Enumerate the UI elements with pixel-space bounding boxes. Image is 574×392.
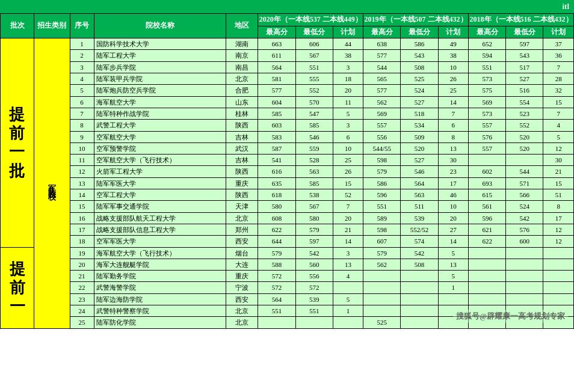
2018-min: 542: [506, 212, 543, 224]
2019-plan: 25: [438, 85, 468, 96]
2018-min: [506, 247, 543, 259]
row-no: 6: [70, 96, 94, 108]
table-row: 22武警海警学院宁波5725721: [1, 282, 574, 293]
2019-plan: 5: [438, 247, 468, 259]
2020-min: 563: [295, 166, 333, 177]
2020-max: 588: [258, 259, 295, 270]
col-2018-header: 2018年（一本线516 二本线432）: [469, 14, 574, 26]
table-row: 10空军预警学院武汉58755910544/555201355752012: [1, 142, 574, 154]
2018-min: 523: [506, 108, 543, 119]
school-area: 山东: [226, 96, 258, 108]
2019-max: 598: [363, 155, 401, 166]
2019-min: 543: [401, 50, 438, 61]
col-2020-header: 2020年（一本线537 二本线449）: [258, 14, 363, 26]
2019-plan: 46: [438, 189, 468, 201]
col-pici: 批次: [1, 14, 34, 38]
2020-min: 579: [295, 224, 333, 235]
school-area: 合肥: [226, 85, 258, 96]
2020-min: 528: [295, 155, 333, 166]
table-row: 18空军军医大学西安644597146075741462260012: [1, 236, 574, 247]
2020-plan: 21: [333, 224, 363, 235]
2018-max: 621: [469, 224, 506, 235]
school-area: 重庆: [226, 177, 258, 189]
col-2020-plan: 计划: [333, 26, 363, 38]
2020-min: 551: [295, 61, 333, 73]
2019-max: 562: [363, 96, 401, 108]
school-area: 陕西: [226, 120, 258, 131]
2019-min: 527: [401, 96, 438, 108]
2018-plan: 28: [543, 73, 574, 85]
2020-min: 572: [295, 282, 333, 293]
2020-plan: 15: [333, 177, 363, 189]
2018-plan: 4: [543, 120, 574, 131]
2020-max: 541: [258, 155, 295, 166]
2018-plan: 21: [543, 166, 574, 177]
2018-plan: 7: [543, 108, 574, 119]
school-name: 战略支援部队信息工程大学: [94, 224, 226, 235]
2020-max: 603: [258, 120, 295, 131]
2019-max: 556: [363, 131, 401, 142]
2018-max: 602: [469, 166, 506, 177]
2019-min: 552/52: [401, 224, 438, 235]
2019-min: [401, 293, 438, 305]
2019-min: 508: [401, 61, 438, 73]
school-area: 南昌: [226, 61, 258, 73]
table-row: 提前一批军队院校1国防科学技术大学湖南663606446385864965259…: [1, 38, 574, 50]
2020-max: 572: [258, 282, 295, 293]
school-name: 陆军工程大学: [94, 50, 226, 61]
2020-plan: 3: [333, 247, 363, 259]
2019-plan: 10: [438, 61, 468, 73]
school-name: 海军大连舰艇学院: [94, 259, 226, 270]
2018-min: 516: [506, 85, 543, 96]
2019-plan: 6: [438, 120, 468, 131]
table-row: 6海军航空大学山东604570115625271456955415: [1, 96, 574, 108]
2018-plan: 12: [543, 142, 574, 154]
school-name: 武警海警学院: [94, 282, 226, 293]
school-area: 重庆: [226, 271, 258, 282]
2020-plan: [333, 282, 363, 293]
school-name: 陆军步兵学院: [94, 61, 226, 73]
2020-plan: 14: [333, 236, 363, 247]
2018-min: 600: [506, 236, 543, 247]
2020-min: 542: [295, 247, 333, 259]
2020-min: 580: [295, 212, 333, 224]
2019-min: 542: [401, 247, 438, 259]
2019-min: [401, 271, 438, 282]
2018-max: 557: [469, 142, 506, 154]
school-area: 湖南: [226, 38, 258, 50]
2019-max: [363, 271, 401, 282]
school-name: 陆军勤务学院: [94, 271, 226, 282]
2019-max: 544/55: [363, 142, 401, 154]
2018-plan: [543, 271, 574, 282]
2020-max: 611: [258, 50, 295, 61]
table-row: 12火箭军工程大学陕西616563265795462360254421: [1, 166, 574, 177]
school-name: 武警特种警察学院: [94, 305, 226, 317]
2019-min: 518: [401, 108, 438, 119]
table-row: 5陆军炮兵防空兵学院合肥577552205775242557551632: [1, 85, 574, 96]
2019-min: 524: [401, 85, 438, 96]
2018-max: 561: [469, 201, 506, 212]
school-name: 海军航空大学（飞行技术）: [94, 247, 226, 259]
2019-plan: 13: [438, 259, 468, 270]
title-bar: itl: [0, 0, 574, 13]
2019-min: 520: [401, 142, 438, 154]
2020-max: 564: [258, 293, 295, 305]
col-area-header: 地区: [226, 14, 258, 38]
row-no: 25: [70, 317, 94, 328]
2018-min: 576: [506, 224, 543, 235]
2019-max: 577: [363, 85, 401, 96]
school-area: 郑州: [226, 224, 258, 235]
school-area: 北京: [226, 317, 258, 328]
2020-plan: 52: [333, 189, 363, 201]
row-no: 13: [70, 177, 94, 189]
2020-max: 608: [258, 212, 295, 224]
row-no: 24: [70, 305, 94, 317]
2020-plan: 13: [333, 259, 363, 270]
2019-plan: 17: [438, 177, 468, 189]
school-name: 国防科学技术大学: [94, 38, 226, 50]
table-row: 14空军工程大学陕西618538525965634661556651: [1, 189, 574, 201]
2018-max: [469, 293, 506, 305]
school-name: 陆军边海防学院: [94, 293, 226, 305]
row-no: 14: [70, 189, 94, 201]
2020-plan: 25: [333, 155, 363, 166]
